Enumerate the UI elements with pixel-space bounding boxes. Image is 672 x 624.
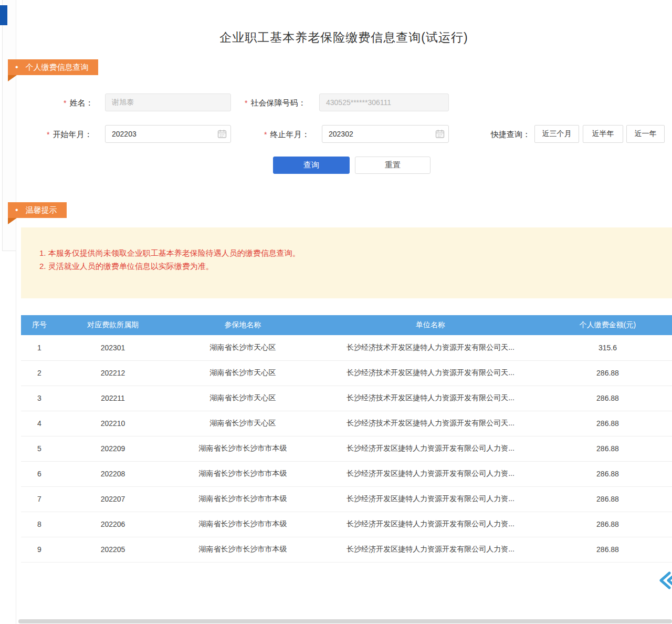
cell-insured-place: 湖南省长沙市长沙市市本级: [168, 461, 318, 486]
cell-amount: 286.88: [543, 486, 672, 512]
section-header-personal-query: • 个人缴费信息查询: [8, 59, 98, 75]
table-row: 5 202209 湖南省长沙市长沙市市本级 长沙经济开发区捷特人力资源开发有限公…: [21, 436, 672, 461]
table-row: 7 202207 湖南省长沙市长沙市市本级 长沙经济开发区捷特人力资源开发有限公…: [21, 486, 672, 512]
start-month-label: *开始年月：: [47, 130, 92, 140]
cell-seq: 3: [21, 386, 58, 411]
header-seq: 序号: [21, 315, 58, 335]
section-header-tips: • 温馨提示: [8, 202, 67, 218]
cell-employer: 长沙经济技术开发区捷特人力资源开发有限公司天...: [318, 411, 543, 436]
cell-amount: 286.88: [543, 461, 672, 486]
quick-query-one-year-button[interactable]: 近一年: [626, 125, 665, 143]
tips-line: 2. 灵活就业人员的缴费单位信息以实际缴费为准。: [39, 259, 662, 273]
cell-period: 202210: [58, 411, 168, 436]
cell-period: 202205: [58, 537, 168, 562]
header-period: 对应费款所属期: [58, 315, 168, 335]
cell-amount: 315.6: [543, 335, 672, 360]
quick-query-label: 快捷查询：: [491, 130, 530, 140]
cell-period: 202212: [58, 360, 168, 386]
cell-seq: 6: [21, 461, 58, 486]
header-insured-place: 参保地名称: [168, 315, 318, 335]
table-row: 3 202211 湖南省长沙市天心区 长沙经济技术开发区捷特人力资源开发有限公司…: [21, 386, 672, 411]
start-month-field: [105, 125, 231, 143]
cell-period: 202301: [58, 335, 168, 360]
cell-insured-place: 湖南省长沙市天心区: [168, 411, 318, 436]
cell-period: 202207: [58, 486, 168, 512]
header-amount: 个人缴费金额(元): [543, 315, 672, 335]
cell-seq: 2: [21, 360, 58, 386]
cell-seq: 5: [21, 436, 58, 461]
table-row: 1 202301 湖南省长沙市天心区 长沙经济技术开发区捷特人力资源开发有限公司…: [21, 335, 672, 360]
end-month-label: *终止年月：: [264, 130, 309, 140]
name-input: [105, 93, 231, 111]
cell-amount: 286.88: [543, 512, 672, 537]
end-month-input[interactable]: [322, 125, 449, 143]
required-asterisk: *: [64, 99, 66, 107]
cell-seq: 9: [21, 537, 58, 562]
cell-employer: 长沙经济技术开发区捷特人力资源开发有限公司天...: [318, 335, 543, 360]
cell-employer: 长沙经济开发区捷特人力资源开发有限公司人力资...: [318, 486, 543, 512]
bullet-icon: •: [15, 206, 18, 214]
cell-seq: 8: [21, 512, 58, 537]
cell-amount: 286.88: [543, 411, 672, 436]
cell-amount: 286.88: [543, 436, 672, 461]
end-month-field: [322, 125, 449, 143]
table-row: 8 202206 湖南省长沙市长沙市市本级 长沙经济开发区捷特人力资源开发有限公…: [21, 512, 672, 537]
cell-insured-place: 湖南省长沙市天心区: [168, 335, 318, 360]
query-button[interactable]: 查询: [273, 157, 350, 174]
cell-employer: 长沙经济开发区捷特人力资源开发有限公司人力资...: [318, 461, 543, 486]
quick-query-half-year-button[interactable]: 近半年: [583, 125, 623, 143]
cell-period: 202209: [58, 436, 168, 461]
bullet-icon: •: [15, 63, 18, 71]
ssn-input: [319, 93, 449, 111]
reset-button[interactable]: 重置: [355, 157, 430, 174]
page: 企业职工基本养老保险缴费信息查询(试运行) • 个人缴费信息查询 *姓名： *社…: [0, 0, 672, 624]
cell-employer: 长沙经济开发区捷特人力资源开发有限公司人力资...: [318, 537, 543, 562]
quick-query-3-months-button[interactable]: 近三个月: [534, 125, 579, 143]
cell-insured-place: 湖南省长沙市长沙市市本级: [168, 436, 318, 461]
cell-employer: 长沙经济开发区捷特人力资源开发有限公司人力资...: [318, 512, 543, 537]
cell-employer: 长沙经济开发区捷特人力资源开发有限公司人力资...: [318, 436, 543, 461]
cell-insured-place: 湖南省长沙市天心区: [168, 386, 318, 411]
calendar-icon[interactable]: [217, 129, 227, 139]
cell-amount: 286.88: [543, 537, 672, 562]
payment-table: 序号 对应费款所属期 参保地名称 单位名称 个人缴费金额(元) 1 202301…: [21, 315, 672, 563]
start-month-input[interactable]: [105, 125, 231, 143]
required-asterisk: *: [245, 99, 247, 107]
page-title: 企业职工基本养老保险缴费信息查询(试运行): [16, 29, 672, 46]
cell-period: 202208: [58, 461, 168, 486]
sidebar-blue-block: [0, 5, 7, 25]
cell-employer: 长沙经济技术开发区捷特人力资源开发有限公司天...: [318, 386, 543, 411]
name-label: *姓名：: [64, 98, 93, 108]
cell-period: 202211: [58, 386, 168, 411]
header-employer: 单位名称: [318, 315, 543, 335]
cell-amount: 286.88: [543, 386, 672, 411]
tips-line: 1. 本服务仅提供尚未领取企业职工基本养老保险待遇人员的缴费信息查询。: [39, 246, 662, 259]
required-asterisk: *: [264, 130, 267, 139]
calendar-icon[interactable]: [435, 129, 445, 139]
table-row: 2 202212 湖南省长沙市天心区 长沙经济技术开发区捷特人力资源开发有限公司…: [21, 360, 672, 386]
table-row: 9 202205 湖南省长沙市长沙市市本级 长沙经济开发区捷特人力资源开发有限公…: [21, 537, 672, 562]
cell-employer: 长沙经济技术开发区捷特人力资源开发有限公司天...: [318, 360, 543, 386]
table-row: 6 202208 湖南省长沙市长沙市市本级 长沙经济开发区捷特人力资源开发有限公…: [21, 461, 672, 486]
required-asterisk: *: [47, 130, 49, 139]
cell-insured-place: 湖南省长沙市长沙市市本级: [168, 537, 318, 562]
section-header-label: 个人缴费信息查询: [26, 63, 89, 72]
tips-notice-box: 1. 本服务仅提供尚未领取企业职工基本养老保险待遇人员的缴费信息查询。 2. 灵…: [21, 227, 672, 298]
cell-period: 202206: [58, 512, 168, 537]
table-header-row: 序号 对应费款所属期 参保地名称 单位名称 个人缴费金额(元): [21, 315, 672, 335]
table-row: 4 202210 湖南省长沙市天心区 长沙经济技术开发区捷特人力资源开发有限公司…: [21, 411, 672, 436]
cell-insured-place: 湖南省长沙市天心区: [168, 360, 318, 386]
ssn-label: *社会保障号码：: [245, 98, 306, 108]
cell-insured-place: 湖南省长沙市长沙市市本级: [168, 512, 318, 537]
double-chevron-left-icon[interactable]: [658, 569, 672, 592]
cell-seq: 4: [21, 411, 58, 436]
cell-seq: 7: [21, 486, 58, 512]
cell-amount: 286.88: [543, 360, 672, 386]
cell-seq: 1: [21, 335, 58, 360]
cell-insured-place: 湖南省长沙市长沙市市本级: [168, 486, 318, 512]
horizontal-scrollbar[interactable]: [18, 619, 672, 623]
table-body: 1 202301 湖南省长沙市天心区 长沙经济技术开发区捷特人力资源开发有限公司…: [21, 335, 672, 562]
section-header-label: 温馨提示: [26, 205, 57, 215]
